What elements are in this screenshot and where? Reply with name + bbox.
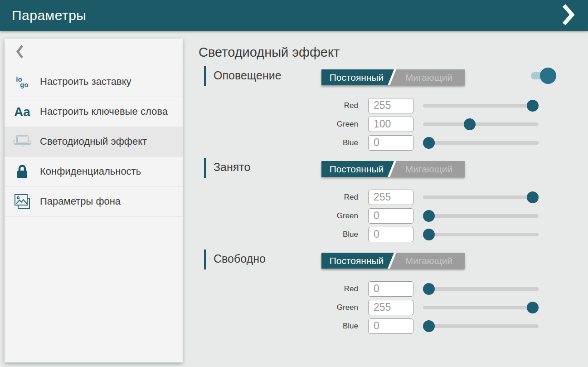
blue-value-input[interactable] (368, 135, 413, 151)
section-header: Оповещение Постоянный Мигающий (198, 65, 565, 87)
slider-track[interactable] (423, 214, 539, 218)
sidebar-item-label: Светодиодный эффект (40, 135, 147, 148)
background-icon (5, 193, 40, 210)
blue-label: Blue (198, 138, 358, 147)
rgb-row-blue: Blue (198, 225, 565, 244)
sidebar-item-label: Конфиденциальность (40, 165, 141, 178)
section-free: Свободно Постоянный Мигающий Red (198, 249, 565, 335)
rgb-row-blue: Blue (198, 133, 565, 152)
section-accent-bar (204, 250, 206, 269)
rgb-rows: Red Green Blue (198, 96, 565, 152)
sidebar: lo go Настроить заставку Aa Настроить кл… (5, 39, 183, 362)
slider-thumb[interactable] (527, 100, 539, 112)
chevron-left-icon (15, 44, 24, 61)
slider-track[interactable] (423, 122, 539, 126)
panel-title: Светодиодный эффект (199, 45, 565, 60)
section-header: Занято Постоянный Мигающий (198, 157, 565, 179)
green-slider[interactable] (423, 210, 539, 222)
rgb-row-blue: Blue (198, 317, 565, 335)
slider-track[interactable] (423, 324, 539, 328)
slider-thumb[interactable] (464, 118, 476, 130)
mode-segmented-control: Постоянный Мигающий (321, 69, 465, 85)
chevron-right-icon (562, 4, 574, 27)
top-app-bar: Параметры (0, 0, 588, 31)
blue-label: Blue (198, 230, 358, 239)
section-accent-bar (204, 158, 206, 178)
sidebar-item-label: Настроить ключевые слова (40, 105, 168, 118)
slider-track[interactable] (423, 233, 539, 236)
lock-icon (5, 164, 40, 180)
red-value-input[interactable] (368, 190, 413, 205)
rgb-row-red: Red (198, 279, 565, 298)
blue-label: Blue (198, 322, 358, 331)
slider-track[interactable] (423, 104, 539, 108)
logo-icon: lo go (5, 77, 40, 88)
led-screen-icon (5, 134, 40, 150)
rgb-row-red: Red (198, 188, 565, 206)
section-label: Занято (214, 161, 250, 174)
slider-thumb[interactable] (423, 210, 435, 222)
sidebar-collapse-button[interactable] (5, 39, 183, 67)
green-value-input[interactable] (368, 208, 413, 224)
slider-track[interactable] (423, 287, 539, 291)
blue-slider[interactable] (423, 137, 539, 149)
keywords-icon: Aa (5, 106, 40, 118)
sidebar-item-background[interactable]: Параметры фона (5, 187, 183, 217)
rgb-rows: Red Green Blue (198, 279, 565, 335)
green-label: Green (198, 211, 358, 220)
sidebar-item-label: Настроить заставку (40, 75, 131, 88)
red-label: Red (198, 193, 358, 202)
notification-toggle[interactable] (530, 68, 556, 84)
slider-thumb[interactable] (423, 283, 435, 295)
slider-thumb[interactable] (423, 229, 435, 240)
forward-button[interactable] (560, 3, 576, 28)
rgb-row-red: Red (198, 96, 565, 115)
sidebar-item-privacy[interactable]: Конфиденциальность (5, 157, 183, 187)
section-notification: Оповещение Постоянный Мигающий Red (198, 65, 565, 152)
blue-value-input[interactable] (368, 227, 413, 242)
slider-thumb[interactable] (423, 137, 435, 149)
led-effect-panel: Светодиодный эффект Оповещение Постоянны… (198, 39, 565, 335)
red-slider[interactable] (423, 191, 539, 203)
section-label: Свободно (214, 252, 266, 265)
slider-track[interactable] (423, 306, 539, 309)
green-label: Green (198, 303, 358, 312)
mode-segmented-control: Постоянный Мигающий (321, 253, 465, 269)
red-label: Red (198, 101, 358, 110)
red-label: Red (198, 284, 358, 294)
green-label: Green (198, 120, 358, 129)
section-label: Оповещение (214, 69, 282, 82)
green-value-input[interactable] (368, 117, 413, 132)
blue-value-input[interactable] (368, 318, 413, 334)
green-value-input[interactable] (368, 300, 413, 315)
slider-thumb[interactable] (527, 191, 539, 203)
section-header: Свободно Постоянный Мигающий (198, 249, 565, 270)
slider-thumb[interactable] (423, 320, 435, 332)
blue-slider[interactable] (423, 229, 539, 240)
slider-track[interactable] (423, 196, 539, 199)
section-busy: Занято Постоянный Мигающий Red (198, 157, 565, 244)
rgb-rows: Red Green Blue (198, 188, 565, 244)
settings-window: Параметры lo go Настроить заставку (0, 0, 588, 367)
mode-segmented-control: Постоянный Мигающий (321, 161, 465, 177)
blue-slider[interactable] (423, 320, 539, 332)
toggle-thumb (540, 68, 556, 84)
sidebar-item-screensaver[interactable]: lo go Настроить заставку (5, 67, 183, 97)
sidebar-item-led-effect[interactable]: Светодиодный эффект (5, 127, 183, 157)
red-value-input[interactable] (368, 281, 413, 297)
slider-track[interactable] (423, 141, 539, 145)
page-title: Параметры (12, 8, 86, 23)
rgb-row-green: Green (198, 115, 565, 133)
sidebar-item-label: Параметры фона (40, 195, 121, 208)
rgb-row-green: Green (198, 206, 565, 225)
green-slider[interactable] (423, 302, 539, 313)
slider-thumb[interactable] (527, 302, 539, 313)
green-slider[interactable] (423, 118, 539, 130)
rgb-row-green: Green (198, 298, 565, 317)
sidebar-item-keywords[interactable]: Aa Настроить ключевые слова (5, 97, 183, 127)
red-slider[interactable] (423, 100, 539, 112)
red-slider[interactable] (423, 283, 539, 295)
red-value-input[interactable] (368, 98, 413, 113)
section-accent-bar (204, 66, 206, 86)
